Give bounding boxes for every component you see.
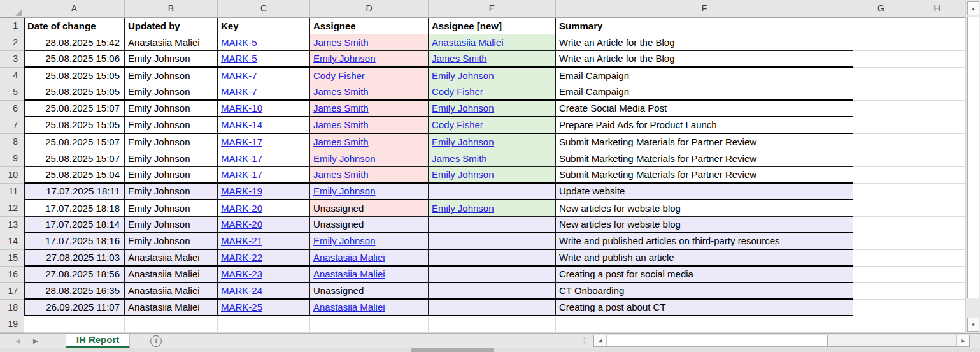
cell-A17[interactable]: 28.08.2025 16:35 [24,283,125,300]
cell-D10[interactable]: James Smith [310,167,429,184]
cell-H19[interactable] [909,316,965,333]
row-header-18[interactable]: 18 [0,300,24,316]
cell-C15[interactable]: MARK-22 [218,250,310,267]
cell-F12[interactable]: New articles for website blog [556,200,853,217]
cell-E4-link[interactable]: Emily Johnson [432,70,494,81]
horizontal-scrollbar[interactable]: ◀ ▶ [593,335,970,347]
cell-E12[interactable]: Emily Johnson [429,200,556,217]
cell-H3[interactable] [909,51,965,68]
cell-D11-link[interactable]: Emily Johnson [313,186,376,196]
cell-C5-link[interactable]: MARK-7 [221,86,257,97]
cell-B3[interactable]: Emily Johnson [125,51,218,68]
cell-A3[interactable]: 25.08.2025 15:06 [24,51,125,68]
cell-D3-link[interactable]: Emily Johnson [313,53,376,64]
cell-E10-link[interactable]: Emily Johnson [432,169,494,180]
cell-A15[interactable]: 27.08.2025 11:03 [24,250,125,267]
row-header-1[interactable]: 1 [0,18,24,34]
cell-D5-link[interactable]: James Smith [313,86,369,97]
cell-F7[interactable]: Prepare Paid Ads for Product Launch [556,117,853,134]
cell-F1[interactable]: Summary [556,18,853,34]
cell-F14[interactable]: Write and published articles on third-pa… [556,233,853,250]
vertical-scrollbar-thumb[interactable] [967,17,979,298]
cell-B5[interactable]: Emily Johnson [125,84,218,101]
cell-D14-link[interactable]: Emily Johnson [313,235,376,246]
col-header-B[interactable]: B [125,0,218,18]
cell-H8[interactable] [909,134,965,150]
cell-D1[interactable]: Assignee [310,18,429,34]
cell-C3[interactable]: MARK-5 [218,51,310,68]
cell-B16[interactable]: Anastasiia Maliei [125,267,218,283]
cell-A2[interactable]: 28.08.2025 15:42 [24,34,125,51]
cell-G13[interactable] [853,217,909,233]
cell-G9[interactable] [853,150,909,167]
cell-B6[interactable]: Emily Johnson [125,101,218,117]
horizontal-scrollbar-thumb[interactable] [607,335,828,346]
cell-A13[interactable]: 17.07.2025 18:14 [24,217,125,233]
cell-C11-link[interactable]: MARK-19 [221,186,262,196]
cell-E8[interactable]: Emily Johnson [429,134,556,150]
cell-F9[interactable]: Submit Marketing Materials for Partner R… [556,150,853,167]
cell-G4[interactable] [853,68,909,84]
cell-B18[interactable]: Anastasiia Maliei [125,300,218,316]
col-header-G[interactable]: G [853,0,909,18]
cell-F8[interactable]: Submit Marketing Materials for Partner R… [556,134,853,150]
cell-H16[interactable] [909,267,965,283]
cell-F17[interactable]: CT Onboarding [556,283,853,300]
cell-B8[interactable]: Emily Johnson [125,134,218,150]
cell-D9[interactable]: Emily Johnson [310,150,429,167]
cell-G7[interactable] [853,117,909,134]
cell-D19[interactable] [310,316,429,333]
cell-A10[interactable]: 25.08.2025 15:04 [24,167,125,184]
cell-D6[interactable]: James Smith [310,101,429,117]
row-header-6[interactable]: 6 [0,101,24,117]
cell-C17-link[interactable]: MARK-24 [221,285,262,296]
cell-A19[interactable] [24,316,125,333]
cell-C8-link[interactable]: MARK-17 [221,136,262,147]
cell-C13-link[interactable]: MARK-20 [221,219,262,230]
cell-C6[interactable]: MARK-10 [218,101,310,117]
cell-A12[interactable]: 17.07.2025 18:18 [24,200,125,217]
cell-B2[interactable]: Anastasiia Maliei [125,34,218,51]
cell-F19[interactable] [556,316,853,333]
cell-B14[interactable]: Emily Johnson [125,233,218,250]
row-header-9[interactable]: 9 [0,150,24,167]
cell-E7[interactable]: Cody Fisher [429,117,556,134]
cell-H13[interactable] [909,217,965,233]
cell-E9[interactable]: James Smith [429,150,556,167]
cell-F18[interactable]: Creating a post about CT [556,300,853,316]
cell-B13[interactable]: Emily Johnson [125,217,218,233]
vertical-scrollbar[interactable]: ▲ ▼ [965,0,980,333]
cell-F11[interactable]: Update website [556,184,853,200]
cell-C12[interactable]: MARK-20 [218,200,310,217]
col-header-F[interactable]: F [556,0,853,18]
prev-sheet-icon[interactable]: ◀ [15,334,20,348]
cell-C4-link[interactable]: MARK-7 [221,70,257,81]
cell-C12-link[interactable]: MARK-20 [221,203,262,214]
row-header-15[interactable]: 15 [0,250,24,267]
cell-E11[interactable] [429,184,556,200]
cell-C7[interactable]: MARK-14 [218,117,310,134]
cell-E14[interactable] [429,233,556,250]
row-header-13[interactable]: 13 [0,217,24,233]
cell-E5[interactable]: Cody Fisher [429,84,556,101]
cell-C14[interactable]: MARK-21 [218,233,310,250]
cell-D9-link[interactable]: Emily Johnson [313,153,376,164]
cell-H10[interactable] [909,167,965,184]
cell-C7-link[interactable]: MARK-14 [221,119,262,130]
cell-G16[interactable] [853,267,909,283]
cell-E9-link[interactable]: James Smith [432,153,487,164]
col-header-C[interactable]: C [218,0,310,18]
cell-H4[interactable] [909,68,965,84]
cell-E3[interactable]: James Smith [429,51,556,68]
cell-B15[interactable]: Anastasiia Maliei [125,250,218,267]
cell-F3[interactable]: Write an Article for the Blog [556,51,853,68]
row-header-2[interactable]: 2 [0,34,24,51]
cell-C10-link[interactable]: MARK-17 [221,169,262,180]
cell-F2[interactable]: Write an Article for the Blog [556,34,853,51]
cell-D4-link[interactable]: Cody Fisher [313,70,365,81]
cell-C9-link[interactable]: MARK-17 [221,153,262,164]
cell-B1[interactable]: Updated by [125,18,218,34]
cell-D5[interactable]: James Smith [310,84,429,101]
cell-D14[interactable]: Emily Johnson [310,233,429,250]
cell-D8-link[interactable]: James Smith [313,136,369,147]
